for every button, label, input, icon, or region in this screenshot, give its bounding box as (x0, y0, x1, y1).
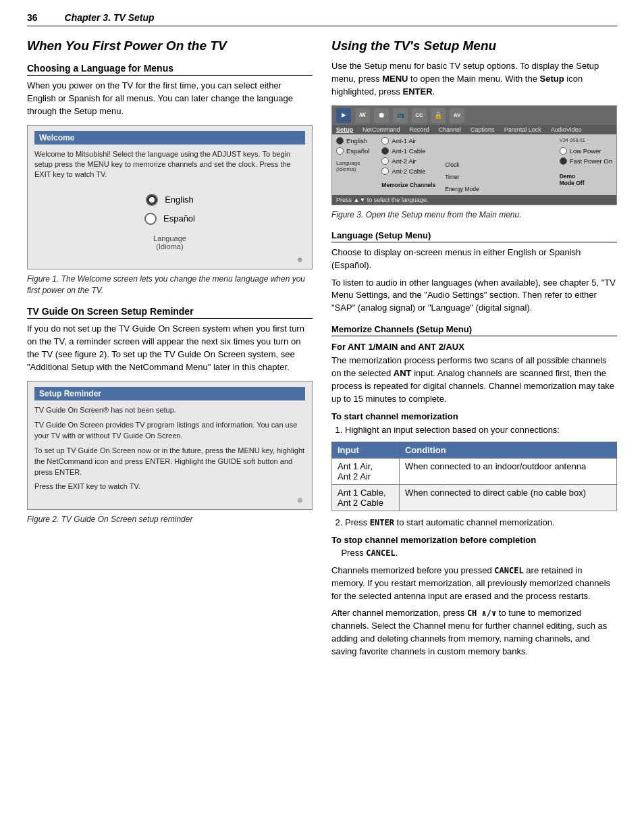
parental-lock-icon: 🔒 (431, 108, 446, 123)
page: 36 Chapter 3. TV Setup When You First Po… (0, 0, 644, 834)
captions-icon: CC (412, 108, 427, 123)
record-icon: ⏺ (374, 108, 389, 123)
tab-setup: Setup (336, 126, 353, 133)
setup-reminder-screen: Setup Reminder TV Guide On Screen® has n… (28, 382, 312, 510)
cancel-body: Channels memorized before you pressed CA… (331, 565, 617, 603)
figure-1-box: Welcome Welcome to Mitsubishi! Select th… (27, 125, 313, 269)
after-body: After channel memorization, press CH ∧/∨… (331, 607, 617, 658)
tab-channel: Channel (439, 126, 462, 133)
tv-ant2-air: Ant-2 Air (381, 157, 435, 165)
welcome-option-espanol: Español (144, 213, 195, 225)
table-cell-condition-2: When connected to direct cable (no cable… (399, 485, 616, 511)
input-condition-table: Input Condition Ant 1 Air,Ant 2 Air When… (331, 442, 617, 511)
tv-menu-lang-col: English Español Language(Idioma) (336, 137, 369, 192)
page-number: 36 (27, 12, 38, 23)
step-1: Highlight an input selection based on yo… (345, 424, 617, 437)
right-section-title: Using the TV's Setup Menu (331, 38, 617, 53)
choosing-language-body: When you power on the TV for the first t… (27, 80, 313, 118)
two-column-layout: When You First Power On the TV Choosing … (27, 38, 617, 663)
left-column: When You First Power On the TV Choosing … (27, 38, 313, 663)
welcome-screen: Welcome Welcome to Mitsubishi! Select th… (28, 126, 312, 269)
tv-radio-ant2-cable (381, 167, 389, 175)
figure-3-box: ▶ ꟿ ⏺ 📺 CC 🔒 AV Setup NetCommand Record … (331, 105, 617, 205)
tv-radio-english (336, 137, 344, 145)
memorize-sub-bold: For ANT 1/MAIN and ANT 2/AUX (331, 342, 617, 352)
tab-netcommand: NetCommand (363, 126, 400, 133)
welcome-option-english: English (146, 194, 194, 206)
label-english: English (165, 194, 194, 205)
language-setup-body2: To listen to audio in other languages (w… (331, 277, 617, 315)
subsection-choosing-language: Choosing a Language for Menus (27, 63, 313, 76)
tv-radio-ant1-air (381, 137, 389, 145)
tab-record: Record (410, 126, 429, 133)
table-cell-condition-1: When connected to an indoor/outdoor ante… (399, 459, 616, 485)
radio-english (146, 194, 158, 206)
tv-radio-ant2-air (381, 157, 389, 165)
tv-demo-mode: DemoMode Off (560, 173, 585, 186)
tv-radio-ant1-cable (381, 147, 389, 155)
step-2: Press ENTER to start automatic channel m… (345, 517, 617, 529)
welcome-text: Welcome to Mitsubishi! Select the langua… (34, 149, 305, 180)
right-column: Using the TV's Setup Menu Use the Setup … (331, 38, 617, 663)
tv-clock: Clock (445, 161, 479, 168)
tv-radio-espanol (336, 147, 344, 155)
setup-icon: ▶ (336, 108, 351, 123)
tv-radio-fast-power (560, 157, 567, 165)
tv-menu-topbar: ▶ ꟿ ⏺ 📺 CC 🔒 AV (332, 106, 616, 125)
tv-menu-espanol-row: Español (336, 147, 369, 155)
subsection-tv-guide: TV Guide On Screen Setup Reminder (27, 306, 313, 319)
tv-ant1-cable: Ant-1 Cable (381, 147, 435, 155)
welcome-options: English Español Language(Idioma) (34, 187, 305, 256)
right-section-intro: Use the Setup menu for basic TV setup op… (331, 60, 617, 99)
tv-energy-mode: Energy Mode (445, 186, 479, 192)
subsection-memorize-channels: Memorize Channels (Setup Menu) (331, 324, 617, 336)
setup-reminder-line2: TV Guide On Screen provides TV program l… (34, 420, 305, 442)
welcome-title-bar: Welcome (34, 131, 305, 145)
tv-lang-bottom-label: Language(Idioma) (336, 160, 369, 172)
tab-parental: Parental Lock (504, 126, 541, 133)
tv-version: V34 008.01 (560, 137, 585, 143)
start-memorization-label: To start channel memorization (331, 411, 617, 421)
tv-ant1-air: Ant-1 Air (381, 137, 435, 145)
left-section-title: When You First Power On the TV (27, 38, 313, 53)
tab-captions: Captions (471, 126, 495, 133)
table-header-input: Input (332, 442, 400, 459)
tv-menu-bottom-bar: Press ▲▼ to select the language. (332, 195, 616, 205)
tv-fast-power-row: Fast Power On (560, 157, 612, 165)
tv-menu-clock-col: Clock Timer Energy Mode (445, 137, 479, 192)
figure-2-caption: Figure 2. TV Guide On Screen setup remin… (27, 514, 313, 525)
setup-reminder-title-bar: Setup Reminder (34, 387, 305, 400)
audiovideo-icon: AV (450, 108, 464, 123)
tv-menu-power-col: V34 008.01 Low Power Fast Power On DemoM… (560, 137, 612, 192)
memorize-steps: Highlight an input selection based on yo… (331, 424, 617, 437)
radio-espanol (144, 213, 157, 225)
tv-low-power-row: Low Power (560, 147, 601, 155)
tv-radio-low-power (560, 147, 567, 155)
table-row: Ant 1 Air,Ant 2 Air When connected to an… (332, 459, 617, 485)
figure-1-caption: Figure 1. The Welcome screen lets you ch… (27, 273, 313, 297)
tv-memorize-channels: Memorize Channels (381, 182, 435, 188)
language-setup-body1: Choose to display on-screen menus in eit… (331, 246, 617, 272)
tv-label-english: English (346, 137, 367, 145)
tv-menu-tabs: Setup NetCommand Record Channel Captions… (332, 125, 616, 134)
memorize-body1: The memorization process performs two sc… (331, 355, 617, 405)
page-chapter: Chapter 3. TV Setup (65, 12, 155, 23)
table-cell-input-1: Ant 1 Air,Ant 2 Air (332, 459, 400, 485)
stop-label: To stop channel memorization before comp… (331, 534, 617, 560)
figure-2-box: Setup Reminder TV Guide On Screen® has n… (27, 381, 313, 511)
tv-timer: Timer (445, 174, 479, 180)
tv-menu-english-row: English (336, 137, 369, 145)
tab-audiovideo: AudioVideo (551, 126, 582, 133)
setup-reminder-line4: Press the EXIT key to watch TV. (34, 481, 305, 492)
tv-menu-body: English Español Language(Idioma) Ant-1 A… (332, 134, 616, 195)
channel-icon: 📺 (393, 108, 408, 123)
table-cell-input-2: Ant 1 Cable,Ant 2 Cable (332, 485, 400, 511)
table-header-condition: Condition (399, 442, 616, 459)
tv-menu-ant-col: Ant-1 Air Ant-1 Cable Ant-2 Air Ant (381, 137, 435, 192)
label-espanol: Español (163, 213, 195, 224)
setup-reminder-line1: TV Guide On Screen® has not been setup. (34, 405, 305, 416)
tv-guide-body: If you do not set up the TV Guide On Scr… (27, 323, 313, 373)
table-row: Ant 1 Cable,Ant 2 Cable When connected t… (332, 485, 617, 511)
tv-ant2-cable: Ant-2 Cable (381, 167, 435, 175)
setup-reminder-footer: ⊕ (34, 496, 305, 505)
